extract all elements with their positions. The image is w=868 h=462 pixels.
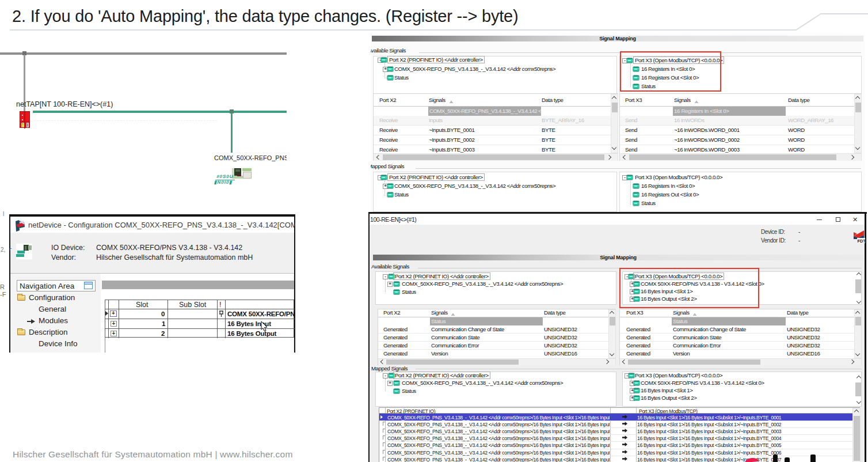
svg-text:FDT: FDT — [858, 238, 866, 244]
